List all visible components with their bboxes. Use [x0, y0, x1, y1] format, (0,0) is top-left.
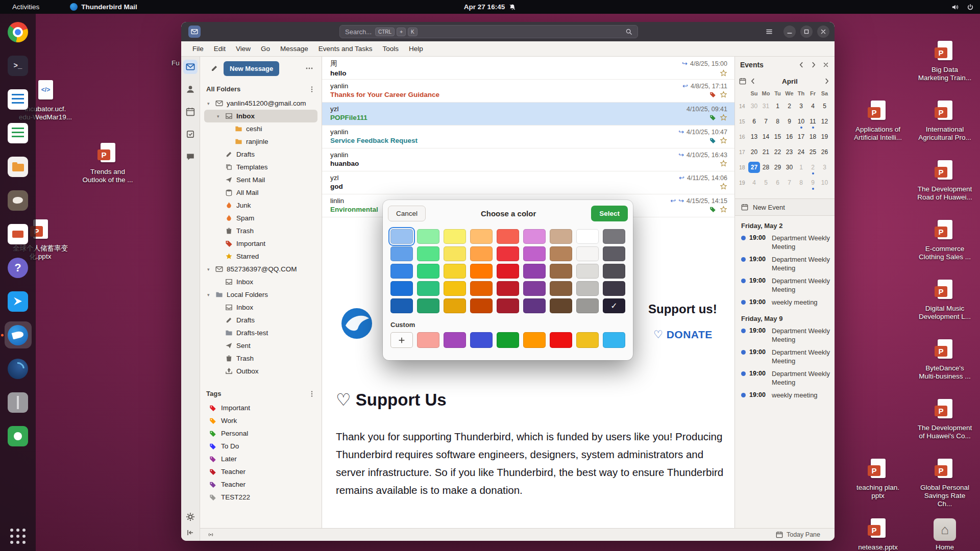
event-item[interactable]: 19:00 Department Weekly Meeting [735, 346, 835, 367]
calendar-day[interactable]: 10 [819, 177, 830, 188]
tag-row[interactable]: Teacher [204, 478, 317, 491]
folder-row[interactable]: ▾ Starred [204, 250, 317, 263]
prev-month-icon[interactable] [749, 78, 756, 85]
global-search-input[interactable]: Search... CTRL+K [339, 25, 638, 38]
folder-row[interactable]: ▾ 852736397@QQ.COM [204, 263, 317, 276]
calendar-day[interactable]: 12 [819, 116, 830, 127]
event-item[interactable]: 19:00 Department Weekly Meeting [735, 232, 835, 253]
datepicker-icon[interactable] [739, 78, 746, 85]
color-swatch[interactable] [523, 281, 546, 296]
calendar-day[interactable]: 24 [795, 146, 807, 158]
events-close-icon[interactable] [822, 61, 829, 68]
folder-row[interactable]: ▾ Drafts [204, 314, 317, 327]
calendar-day[interactable]: 8 [772, 116, 783, 127]
activities-button[interactable]: Activities [8, 2, 43, 12]
color-swatch[interactable] [497, 281, 519, 296]
show-applications-button[interactable] [10, 529, 26, 544]
color-swatch[interactable] [603, 298, 625, 313]
calendar-day[interactable]: 1 [795, 162, 807, 173]
all-folders-menu-icon[interactable] [308, 86, 315, 93]
calendar-day[interactable]: 7 [783, 177, 795, 188]
calendar-day[interactable]: 4 [807, 101, 819, 112]
dock-app-icon[interactable] [5, 52, 32, 79]
tag-row[interactable]: TEST222 [204, 491, 317, 504]
dock-app-icon[interactable] [5, 254, 32, 281]
custom-color-swatch[interactable] [603, 332, 625, 348]
address-book-space-button[interactable] [183, 82, 198, 96]
focused-app-menu[interactable]: Thunderbird Mail [70, 3, 137, 11]
color-swatch[interactable] [603, 246, 625, 261]
folder-row[interactable]: ▾ ceshi [204, 122, 317, 135]
calendar-day[interactable]: 31 [760, 101, 772, 112]
folder-row[interactable]: ▾ Trash [204, 352, 317, 365]
calendar-day[interactable]: 5 [819, 101, 830, 112]
events-prev-icon[interactable] [798, 61, 805, 68]
desktop-icon[interactable]: Global Personal Savings Rate Ch... [916, 459, 973, 508]
custom-color-swatch[interactable] [523, 332, 546, 348]
menu-item[interactable]: Go [256, 43, 275, 55]
menu-item[interactable]: View [231, 43, 256, 55]
calendar-day[interactable]: 4 [748, 177, 760, 188]
desktop-icon[interactable]: teaching plan. pptx [849, 459, 906, 500]
color-swatch[interactable] [497, 298, 519, 313]
folder-row[interactable]: ▾ Sent Mail [204, 173, 317, 186]
dock-app-icon[interactable] [5, 18, 32, 45]
calendar-day[interactable]: 3 [819, 162, 830, 173]
color-swatch[interactable] [523, 246, 546, 261]
color-swatch[interactable] [550, 281, 572, 296]
event-item[interactable]: 19:00 weekly meeting [735, 296, 835, 309]
folder-pane-options-icon[interactable] [305, 64, 313, 72]
desktop-icon[interactable]: E-commerce Clothing Sales ... [916, 220, 973, 261]
star-icon[interactable] [720, 114, 727, 121]
desktop-icon[interactable]: Home [916, 518, 973, 551]
today-pane-toggle[interactable]: Today Pane [776, 531, 820, 538]
calendar-day[interactable]: 23 [783, 146, 795, 158]
collapse-spaces-icon[interactable] [186, 529, 194, 537]
color-swatch[interactable] [523, 229, 546, 244]
color-swatch[interactable] [523, 264, 546, 279]
folder-row[interactable]: ▾ Inbox [204, 276, 317, 288]
calendar-day[interactable]: 11 [807, 116, 819, 127]
window-titlebar[interactable]: Search... CTRL+K [181, 22, 835, 41]
color-swatch[interactable] [470, 298, 493, 313]
desktop-icon[interactable]: The Development Road of Huawei... [916, 160, 973, 202]
dock-app-icon[interactable] [5, 288, 32, 315]
calendar-day[interactable]: 5 [760, 177, 772, 188]
tag-row[interactable]: Personal [204, 427, 317, 440]
desktop-icon[interactable]: The Development of Huawei's Co... [916, 399, 973, 440]
mail-tab-icon[interactable] [188, 26, 201, 38]
color-swatch[interactable] [390, 229, 413, 244]
calendar-day[interactable]: 17 [795, 131, 807, 142]
select-button[interactable]: Select [591, 206, 628, 221]
menu-item[interactable]: Help [404, 43, 428, 55]
color-swatch[interactable] [603, 229, 625, 244]
settings-icon[interactable] [186, 512, 195, 521]
close-button[interactable] [817, 26, 829, 38]
message-row[interactable]: yzl ↩ ↪ 4/10/25, 09:41 POPFile111 [322, 103, 734, 126]
new-event-button[interactable]: New Event [735, 198, 835, 216]
color-swatch[interactable] [576, 246, 599, 261]
calendar-day[interactable]: 14 [760, 131, 772, 142]
cancel-button[interactable]: Cancel [388, 206, 426, 221]
mail-space-button[interactable] [183, 60, 198, 74]
calendar-day[interactable]: 29 [772, 162, 783, 173]
minimize-button[interactable] [783, 26, 796, 38]
calendar-day[interactable]: 1 [772, 101, 783, 112]
dock-app-icon[interactable] [5, 187, 32, 214]
star-icon[interactable] [720, 183, 727, 190]
color-swatch[interactable] [550, 264, 572, 279]
next-month-icon[interactable] [823, 78, 830, 85]
color-swatch[interactable] [390, 246, 413, 261]
calendar-day[interactable]: 19 [819, 131, 830, 142]
event-item[interactable]: 19:00 Department Weekly Meeting [735, 324, 835, 346]
color-swatch[interactable] [390, 264, 413, 279]
compose-icon[interactable] [210, 64, 218, 72]
dock-app-icon[interactable] [5, 119, 32, 146]
color-swatch[interactable] [444, 229, 466, 244]
dock-app-icon[interactable] [5, 389, 32, 416]
folder-row[interactable]: ▾ ranjinle [204, 135, 317, 148]
folder-row[interactable]: ▾ Drafts-test [204, 327, 317, 339]
calendar-day[interactable]: 2 [783, 101, 795, 112]
color-swatch[interactable] [470, 281, 493, 296]
folder-row[interactable]: ▾ Sent [204, 339, 317, 352]
